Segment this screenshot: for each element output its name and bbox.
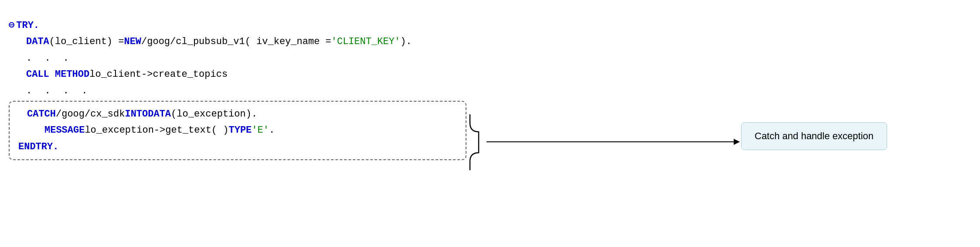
brace-connector — [466, 114, 487, 172]
code-section: ⊖ TRY. DATA (lo_client) = NEW /goog/cl_p… — [9, 17, 488, 160]
dots-line-1: . . . — [26, 50, 488, 66]
try-line: ⊖ TRY. — [9, 17, 488, 34]
callout-box: Catch and handle exception — [741, 122, 887, 150]
callout-box-wrapper: Catch and handle exception — [741, 122, 887, 150]
into-keyword: INTO — [125, 106, 148, 122]
lo-exception-text: (lo_exception). — [171, 106, 257, 122]
type-keyword: TYPE — [228, 122, 252, 138]
data-params: (lo_client) = — [49, 34, 124, 50]
endtry-line: ENDTRY. — [18, 139, 457, 155]
catch-block-box: CATCH /goog/cx_sdk INTO DATA (lo_excepti… — [9, 101, 466, 160]
data-new-line: DATA (lo_client) = NEW /goog/cl_pubsub_v… — [26, 34, 488, 50]
main-container: ⊖ TRY. DATA (lo_client) = NEW /goog/cl_p… — [0, 0, 980, 247]
closing-paren: ). — [400, 34, 412, 50]
call-method-line: CALL METHOD lo_client->create_topics — [26, 66, 488, 82]
data-keyword-2: DATA — [148, 106, 171, 122]
data-keyword: DATA — [26, 34, 49, 50]
endtry-keyword: ENDTRY. — [18, 139, 58, 155]
collapse-icon: ⊖ — [9, 17, 14, 34]
catch-line: CATCH /goog/cx_sdk INTO DATA (lo_excepti… — [18, 106, 457, 122]
type-e-string: 'E' — [252, 122, 269, 138]
catch-path: /goog/cx_sdk — [56, 106, 125, 122]
message-keyword: MESSAGE — [44, 122, 85, 138]
catch-keyword: CATCH — [27, 106, 56, 122]
dots-line-2: . . . . — [26, 83, 488, 99]
type-dot: . — [269, 122, 275, 138]
method-name: lo_client->create_topics — [89, 66, 228, 82]
try-keyword: TRY. — [16, 17, 39, 34]
arrow-line — [487, 141, 739, 142]
call-keyword: CALL METHOD — [26, 66, 89, 82]
arrow-connector — [487, 141, 739, 142]
new-keyword: NEW — [124, 34, 141, 50]
brace-svg — [466, 114, 487, 170]
client-key-string: 'CLIENT_KEY' — [331, 34, 400, 50]
message-line: MESSAGE lo_exception->get_text( ) TYPE '… — [18, 122, 457, 138]
path-text: /goog/cl_pubsub_v1( iv_key_name = — [141, 34, 331, 50]
arrow-head — [734, 139, 740, 145]
callout-label: Catch and handle exception — [755, 130, 874, 141]
message-body: lo_exception->get_text( ) — [85, 122, 228, 138]
